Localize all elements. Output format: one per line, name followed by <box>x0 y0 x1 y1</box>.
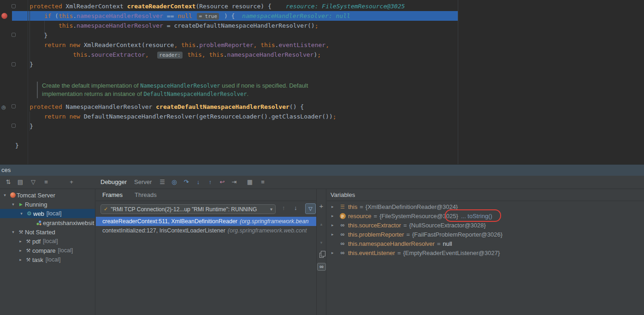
chevron-right-icon[interactable] <box>331 214 338 218</box>
variable-value: {EmptyReaderEventListener@3027} <box>403 250 500 256</box>
stack-frame[interactable]: contextInitialized:127, IrisContextLoade… <box>96 226 316 235</box>
rendered-doc-comment: Create the default implementation of Nam… <box>37 82 308 98</box>
variable-row-problem-reporter[interactable]: this.problemReporter = {FailFastProblemR… <box>327 230 644 239</box>
view-breakpoints-icon[interactable] <box>245 176 254 189</box>
tree-item-suffix: [local] <box>46 256 61 263</box>
show-watches-icon[interactable] <box>317 263 326 271</box>
tree-item-web[interactable]: web [local] <box>0 209 95 218</box>
chevron-down-icon <box>270 207 272 212</box>
right-margin-guide <box>458 0 458 164</box>
step-into-icon[interactable] <box>194 176 203 189</box>
watch-icon <box>338 222 347 228</box>
tree-item-label: Tomcat Server <box>17 192 55 199</box>
run-to-cursor-icon[interactable] <box>230 176 239 189</box>
watch-icon <box>338 240 347 247</box>
class-closing-brace[interactable]: } <box>15 141 19 150</box>
ide-window: protected XmlReaderContext createReaderC… <box>0 0 644 315</box>
variable-value: {FileSystemResource@3025} <box>379 213 458 220</box>
watches-toolbar <box>316 189 326 315</box>
equals-sign: = <box>360 203 363 210</box>
move-watch-down-icon[interactable] <box>317 241 326 245</box>
chevron-down-icon[interactable] <box>9 230 17 234</box>
chevron-right-icon[interactable] <box>331 250 338 255</box>
mute-breakpoints-icon[interactable] <box>158 176 167 189</box>
watch-icon <box>338 250 347 256</box>
move-watch-up-icon[interactable] <box>317 222 326 226</box>
chevron-right-icon[interactable] <box>17 239 24 244</box>
variable-row-resource[interactable]: resource = {FileSystemResource@3025} ...… <box>327 211 644 220</box>
stack-frame[interactable]: createReaderContext:511, XmlBeanDefiniti… <box>96 217 316 226</box>
thread-selector-dropdown[interactable]: "RMI TCP Connection(2)-12...up "RMI Runt… <box>100 204 276 214</box>
chevron-right-icon[interactable] <box>17 248 24 253</box>
tab-frames[interactable]: Frames <box>102 191 123 198</box>
services-toolwindow-header: ces <box>0 164 644 176</box>
chevron-down-icon[interactable] <box>1 193 9 197</box>
run-icon <box>17 202 25 207</box>
tab-debugger[interactable]: Debugger <box>100 176 127 189</box>
tree-item-label: pdf <box>32 238 41 245</box>
breakpoint-icon[interactable] <box>1 13 7 19</box>
layout-settings-icon[interactable] <box>258 176 267 189</box>
variable-row-event-listener[interactable]: this.eventListener = {EmptyReaderEventLi… <box>327 248 644 257</box>
tree-item-egrantshanxiwebsit[interactable]: egrantshanxiwebsit <box>0 218 95 227</box>
expand-collapse-icon[interactable] <box>4 176 13 189</box>
next-frame-icon[interactable] <box>294 204 297 211</box>
frame-package: (org.springframework.bean <box>240 218 308 225</box>
web-app-icon <box>35 220 43 226</box>
tree-item-label: Not Started <box>25 229 55 236</box>
show-execution-point-icon[interactable] <box>170 176 179 189</box>
variables-tab-bar: Variables <box>327 189 644 201</box>
variable-row-namespace-handler-resolver[interactable]: this.namespaceHandlerResolver = null <box>327 239 644 248</box>
step-out-icon[interactable] <box>206 176 215 189</box>
chevron-right-icon[interactable] <box>17 257 24 262</box>
add-service-icon[interactable] <box>67 176 76 189</box>
variable-row-source-extractor[interactable]: this.sourceExtractor = {NullSourceExtrac… <box>327 220 644 230</box>
step-over-icon[interactable] <box>182 176 191 189</box>
variable-value: {NullSourceExtractor@3028} <box>409 222 485 229</box>
frame-method: createReaderContext:511, XmlBeanDefiniti… <box>102 218 237 225</box>
tab-threads[interactable]: Threads <box>135 191 157 198</box>
chevron-right-icon[interactable] <box>331 232 338 237</box>
variable-value: {FailFastProblemReporter@3026} <box>412 231 502 238</box>
equals-sign: = <box>437 240 441 247</box>
tree-item-task[interactable]: task [local] <box>0 255 95 264</box>
tree-item-running[interactable]: Running <box>0 200 95 209</box>
add-watch-icon[interactable] <box>317 202 326 210</box>
group-tabs-icon[interactable] <box>16 176 25 189</box>
code-editor[interactable]: protected XmlReaderContext createReaderC… <box>0 0 644 164</box>
chevron-right-icon[interactable] <box>331 223 338 227</box>
tomcat-icon <box>10 192 16 198</box>
code-block-create-default-resolver[interactable]: protected NamespaceHandlerResolver creat… <box>15 102 337 131</box>
chevron-down-icon[interactable] <box>18 211 25 216</box>
tostring-link[interactable]: ... toString() <box>461 213 492 220</box>
watch-icon <box>338 231 347 238</box>
drop-frame-icon[interactable] <box>218 176 227 189</box>
hide-library-frames-toggle[interactable] <box>305 203 316 214</box>
tree-item-pdf[interactable]: pdf [local] <box>0 237 95 246</box>
chevron-down-icon[interactable] <box>9 202 17 207</box>
services-tree: Tomcat Server Running web [local] egrant… <box>0 189 95 315</box>
tree-item-tomcat-server[interactable]: Tomcat Server <box>0 190 95 200</box>
variable-name: this.sourceExtractor <box>348 222 401 229</box>
variable-name: this <box>348 203 357 210</box>
parameter-icon <box>340 213 346 219</box>
wrench-icon <box>17 229 25 235</box>
thread-status-icon <box>104 206 108 212</box>
wrench-icon <box>24 257 32 263</box>
previous-frame-icon[interactable] <box>282 204 285 211</box>
tree-item-not-started[interactable]: Not Started <box>0 227 95 237</box>
filter-icon[interactable] <box>29 176 38 189</box>
code-block-create-reader-context[interactable]: protected XmlReaderContext createReaderC… <box>15 1 405 69</box>
tree-item-suffix: [local] <box>43 238 58 244</box>
toolwindow-title-partial: ces <box>1 166 11 173</box>
equals-sign: = <box>406 231 410 238</box>
tab-server[interactable]: Server <box>134 176 152 189</box>
view-options-icon[interactable] <box>41 176 51 189</box>
duplicate-watch-icon[interactable] <box>319 253 324 258</box>
tree-item-compare[interactable]: compare [local] <box>0 246 95 255</box>
variables-title: Variables <box>331 191 355 198</box>
execution-point-icon[interactable] <box>0 104 7 110</box>
variable-row-this[interactable]: this = {XmlBeanDefinitionReader@3024} <box>327 202 644 211</box>
debug-toolbar: Debugger Server <box>0 176 644 189</box>
chevron-right-icon[interactable] <box>331 204 338 209</box>
